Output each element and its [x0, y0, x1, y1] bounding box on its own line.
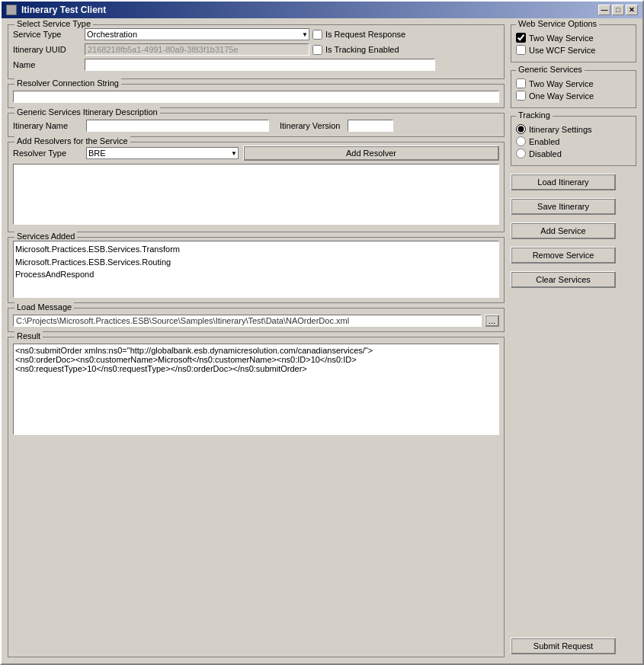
resolver-type-select-wrapper: BRE UDDI Static [86, 147, 239, 159]
is-tracking-enabled-label: Is Tracking Enabled [325, 45, 399, 54]
select-service-type-group: Select Service Type Service Type Orchest… [8, 24, 505, 79]
list-item: Microsoft.Practices.ESB.Services.Transfo… [15, 243, 497, 256]
resolver-area[interactable] [13, 164, 499, 225]
maximize-button[interactable]: □ [612, 5, 624, 15]
tracking-disabled-label[interactable]: Disabled [516, 149, 631, 158]
use-wcf-service-checkbox[interactable] [516, 45, 526, 55]
is-tracking-enabled-checkbox-label[interactable]: Is Tracking Enabled [312, 45, 399, 55]
select-service-type-label: Select Service Type [14, 19, 93, 28]
result-group: Result <ns0:submitOrder xmlns:ns0="http:… [8, 337, 505, 657]
resolver-type-select[interactable]: BRE UDDI Static [86, 147, 239, 159]
window-title: Itinerary Test Client [21, 5, 106, 15]
itinerary-name-input[interactable] [86, 120, 269, 132]
tracking-enabled-label[interactable]: Enabled [516, 136, 631, 146]
tracking-group: Tracking Itinerary Settings Enabled Disa… [511, 116, 636, 166]
use-wcf-service-label: Use WCF Service [529, 46, 595, 55]
tracking-itinerary-settings-text: Itinerary Settings [529, 125, 592, 134]
resolver-type-row: Resolver Type BRE UDDI Static Add Resolv… [13, 145, 499, 161]
tracking-disabled-radio[interactable] [516, 149, 526, 158]
name-input[interactable] [85, 59, 435, 71]
close-button[interactable]: ✕ [626, 5, 638, 15]
resolver-connection-group: Resolver Connection String [8, 84, 505, 108]
remove-service-button[interactable]: Remove Service [511, 247, 616, 264]
web-service-options-label: Web Service Options [516, 19, 599, 28]
result-textarea[interactable]: <ns0:submitOrder xmlns:ns0="http://globa… [13, 344, 499, 435]
title-bar: Itinerary Test Client — □ ✕ [2, 2, 642, 18]
generic-two-way-checkbox[interactable] [516, 78, 526, 88]
main-window: Itinerary Test Client — □ ✕ Select Servi… [0, 0, 644, 665]
is-request-response-checkbox-label[interactable]: Is Request Response [312, 30, 405, 40]
tracking-label: Tracking [516, 110, 553, 120]
web-service-options-group: Web Service Options Two Way Service Use … [511, 24, 636, 62]
is-request-response-checkbox[interactable] [312, 30, 322, 40]
load-itinerary-button[interactable]: Load Itinerary [511, 174, 616, 190]
list-item: ProcessAndRespond [15, 268, 497, 281]
load-message-label: Load Message [14, 302, 74, 312]
list-item: Microsoft.Practices.ESB.Services.Routing [15, 256, 497, 269]
service-type-select[interactable]: Orchestration Messaging Routing [85, 28, 309, 40]
tracking-enabled-radio[interactable] [516, 136, 526, 146]
add-resolver-button[interactable]: Add Resolver [243, 145, 499, 161]
services-list[interactable]: Microsoft.Practices.ESB.Services.Transfo… [13, 241, 499, 298]
resolver-type-label: Resolver Type [13, 149, 82, 158]
resolver-connection-label: Resolver Connection String [14, 78, 121, 88]
save-itinerary-button[interactable]: Save Itinerary [511, 198, 616, 215]
service-type-label: Service Type [13, 30, 82, 39]
side-panel: Web Service Options Two Way Service Use … [511, 24, 636, 657]
itinerary-uuid-label: Itinerary UUID [13, 45, 82, 54]
two-way-service-checkbox-label[interactable]: Two Way Service [516, 33, 631, 43]
itinerary-uuid-row: Itinerary UUID Is Tracking Enabled [13, 43, 499, 56]
services-added-label: Services Added [14, 232, 77, 241]
tracking-enabled-text: Enabled [529, 137, 559, 146]
service-type-row: Service Type Orchestration Messaging Rou… [13, 28, 499, 40]
tracking-disabled-text: Disabled [529, 149, 562, 158]
is-request-response-label: Is Request Response [325, 30, 405, 39]
two-way-service-label: Two Way Service [529, 34, 594, 43]
service-type-select-wrapper: Orchestration Messaging Routing [85, 28, 309, 40]
add-service-button[interactable]: Add Service [511, 222, 616, 239]
generic-services-side-group: Generic Services Two Way Service One Way… [511, 70, 636, 108]
name-row: Name [13, 59, 499, 71]
generic-services-itinerary-group: Generic Services Itinerary Description I… [8, 113, 505, 137]
load-message-group: Load Message ... [8, 308, 505, 332]
itinerary-version-label: Itinerary Version [280, 121, 340, 130]
two-way-service-checkbox[interactable] [516, 33, 526, 43]
generic-one-way-label: One Way Service [529, 91, 594, 101]
tracking-itinerary-settings-radio[interactable] [516, 124, 526, 134]
generic-services-side-label: Generic Services [516, 65, 585, 74]
generic-one-way-checkbox[interactable] [516, 91, 526, 101]
itinerary-uuid-input [85, 43, 309, 56]
title-buttons: — □ ✕ [598, 5, 638, 15]
add-resolvers-label: Add Resolvers for the Service [14, 136, 130, 145]
minimize-button[interactable]: — [598, 5, 610, 15]
load-message-input[interactable] [13, 315, 482, 327]
use-wcf-service-checkbox-label[interactable]: Use WCF Service [516, 45, 631, 55]
browse-button[interactable]: ... [485, 315, 499, 327]
generic-services-itinerary-label: Generic Services Itinerary Description [14, 107, 160, 117]
main-panel: Select Service Type Service Type Orchest… [8, 24, 505, 657]
clear-services-button[interactable]: Clear Services [511, 271, 616, 288]
load-message-row: ... [13, 315, 499, 327]
generic-two-way-label: Two Way Service [529, 79, 594, 88]
itinerary-version-input[interactable] [348, 120, 393, 132]
submit-request-button[interactable]: Submit Request [511, 638, 616, 654]
resolver-connection-input[interactable] [13, 91, 499, 103]
generic-one-way-checkbox-label[interactable]: One Way Service [516, 91, 631, 101]
itinerary-name-row: Itinerary Name Itinerary Version [13, 120, 499, 132]
tracking-itinerary-settings-label[interactable]: Itinerary Settings [516, 124, 631, 134]
is-tracking-enabled-checkbox[interactable] [312, 45, 322, 55]
name-label: Name [13, 60, 82, 69]
result-label: Result [14, 331, 43, 340]
services-added-group: Services Added Microsoft.Practices.ESB.S… [8, 237, 505, 303]
add-resolvers-group: Add Resolvers for the Service Resolver T… [8, 142, 505, 232]
itinerary-name-label: Itinerary Name [13, 121, 82, 130]
window-icon [6, 5, 17, 15]
generic-two-way-checkbox-label[interactable]: Two Way Service [516, 78, 631, 88]
